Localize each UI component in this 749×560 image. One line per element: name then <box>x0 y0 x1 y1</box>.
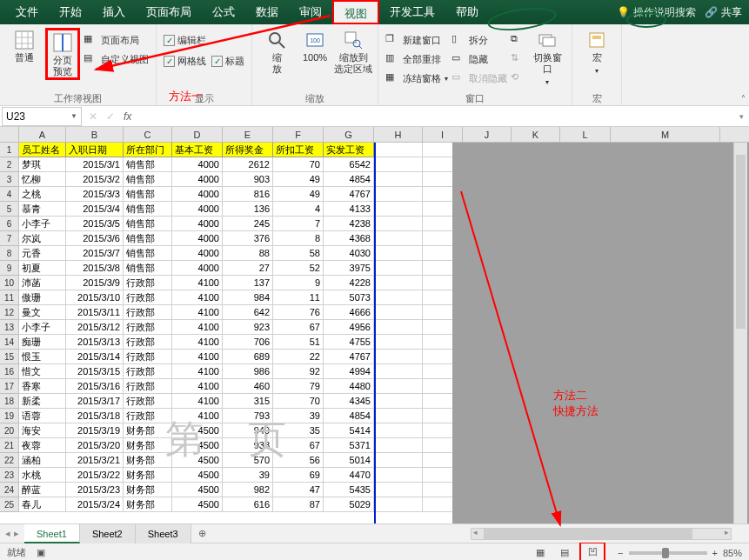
tell-me-search[interactable]: 💡 操作说明搜索 <box>617 5 696 20</box>
custom-views-button[interactable]: ▤ 自定义视图 <box>84 50 149 68</box>
zoom-100-button[interactable]: 100 100% <box>298 28 332 63</box>
cell[interactable]: 语蓉 <box>19 409 66 423</box>
cell[interactable]: 2015/3/1 <box>66 157 124 172</box>
col-header[interactable]: L <box>560 127 611 142</box>
cell[interactable]: 51 <box>273 335 324 350</box>
cell[interactable]: 4100 <box>172 276 223 290</box>
col-header[interactable]: D <box>172 127 223 142</box>
cell[interactable]: 245 <box>223 217 273 231</box>
cell[interactable]: 4345 <box>324 394 374 409</box>
cell[interactable]: 财务部 <box>124 438 172 453</box>
zoom-slider[interactable] <box>629 551 707 555</box>
col-header[interactable]: F <box>273 127 324 142</box>
cell[interactable]: 2015/3/19 <box>66 423 124 438</box>
cell[interactable]: 2015/3/5 <box>66 217 124 231</box>
row-header[interactable]: 17 <box>0 379 19 394</box>
cell[interactable]: 79 <box>273 379 324 394</box>
cell[interactable]: 行政部 <box>124 350 172 364</box>
cancel-icon[interactable]: ✕ <box>89 110 97 123</box>
add-sheet-button[interactable]: ⊕ <box>191 528 213 539</box>
cell[interactable]: 7 <box>273 217 324 231</box>
cell[interactable]: 2015/3/11 <box>66 305 124 320</box>
cell[interactable]: 793 <box>223 409 273 423</box>
cell[interactable]: 949 <box>223 423 273 438</box>
cell[interactable]: 923 <box>223 320 273 335</box>
cell[interactable]: 忆柳 <box>19 172 66 187</box>
row-header[interactable]: 12 <box>0 305 19 320</box>
cell[interactable]: 2015/3/3 <box>66 187 124 202</box>
cell[interactable]: 4500 <box>172 453 223 468</box>
cell[interactable]: 984 <box>223 290 273 305</box>
sheet-tab[interactable]: Sheet1 <box>24 524 80 543</box>
cell[interactable]: 4854 <box>324 409 374 423</box>
row-header[interactable]: 21 <box>0 438 19 453</box>
cell[interactable]: 11 <box>273 290 324 305</box>
cell[interactable]: 903 <box>223 172 273 187</box>
cell[interactable]: 4500 <box>172 423 223 438</box>
cell[interactable]: 4000 <box>172 261 223 276</box>
cell[interactable]: 傲珊 <box>19 290 66 305</box>
page-break-line[interactable] <box>374 143 376 523</box>
cell[interactable]: 4100 <box>172 394 223 409</box>
cell[interactable]: 49 <box>273 187 324 202</box>
cell[interactable]: 56 <box>273 453 324 468</box>
select-all-corner[interactable] <box>0 127 19 142</box>
row-header[interactable]: 8 <box>0 246 19 261</box>
cell[interactable]: 4133 <box>324 202 374 217</box>
cell[interactable] <box>374 231 423 246</box>
formula-bar-checkbox[interactable]: ✓编辑栏 <box>164 31 206 49</box>
cell[interactable]: 27 <box>223 261 273 276</box>
cell[interactable]: 2015/3/7 <box>66 246 124 261</box>
row-header[interactable]: 24 <box>0 483 19 497</box>
cell[interactable]: 所扣工资 <box>273 143 324 157</box>
cell[interactable]: 新柔 <box>19 394 66 409</box>
cell[interactable]: 行政部 <box>124 305 172 320</box>
cell[interactable]: 938 <box>223 438 273 453</box>
cell[interactable]: 4500 <box>172 483 223 497</box>
cell[interactable] <box>374 335 423 350</box>
cell[interactable]: 2015/3/15 <box>66 364 124 379</box>
col-header[interactable]: G <box>324 127 374 142</box>
cell[interactable]: 2612 <box>223 157 273 172</box>
arrange-all-button[interactable]: ▥全部重排 <box>385 50 448 68</box>
cell[interactable]: 财务部 <box>124 497 172 512</box>
cell[interactable]: 5371 <box>324 438 374 453</box>
tab-developer[interactable]: 开发工具 <box>379 0 445 24</box>
page-layout-view-icon[interactable]: ▤ <box>555 546 574 560</box>
cell[interactable]: 醉蓝 <box>19 483 66 497</box>
spreadsheet-grid[interactable]: A B C D E F G H I J K L M 1员工姓名入职日期所在部门基… <box>0 127 749 523</box>
cell[interactable]: 3975 <box>324 261 374 276</box>
cell[interactable] <box>374 276 423 290</box>
cell[interactable]: 5014 <box>324 453 374 468</box>
cell[interactable]: 2015/3/6 <box>66 231 124 246</box>
zoom-to-selection-button[interactable]: 缩放到 选定区域 <box>336 28 371 75</box>
sheet-nav-next[interactable]: ▸ <box>14 528 19 539</box>
cell[interactable]: 35 <box>273 423 324 438</box>
cell[interactable]: 4500 <box>172 468 223 483</box>
cell[interactable] <box>374 143 423 157</box>
tab-view[interactable]: 视图 <box>332 0 379 24</box>
cell[interactable]: 5435 <box>324 483 374 497</box>
cell[interactable]: 所得奖金 <box>223 143 273 157</box>
col-header[interactable]: I <box>423 127 463 142</box>
collapse-ribbon-button[interactable]: ˄ <box>741 94 746 103</box>
cell[interactable]: 梦琪 <box>19 157 66 172</box>
cell[interactable]: 行政部 <box>124 379 172 394</box>
cell[interactable] <box>374 246 423 261</box>
cell[interactable]: 87 <box>273 497 324 512</box>
cell[interactable]: 39 <box>223 468 273 483</box>
cell[interactable]: 137 <box>223 276 273 290</box>
row-header[interactable]: 3 <box>0 172 19 187</box>
new-window-button[interactable]: ❐新建窗口 <box>385 31 448 49</box>
cell[interactable]: 689 <box>223 350 273 364</box>
cell[interactable]: 行政部 <box>124 394 172 409</box>
cell[interactable]: 基本工资 <box>172 143 223 157</box>
cell[interactable]: 小李子 <box>19 217 66 231</box>
cell[interactable]: 4228 <box>324 276 374 290</box>
cell[interactable] <box>374 453 423 468</box>
cell[interactable]: 5073 <box>324 290 374 305</box>
cell[interactable]: 4480 <box>324 379 374 394</box>
cell[interactable] <box>374 379 423 394</box>
name-box[interactable]: U23▼ <box>2 107 82 126</box>
cell[interactable]: 2015/3/9 <box>66 276 124 290</box>
